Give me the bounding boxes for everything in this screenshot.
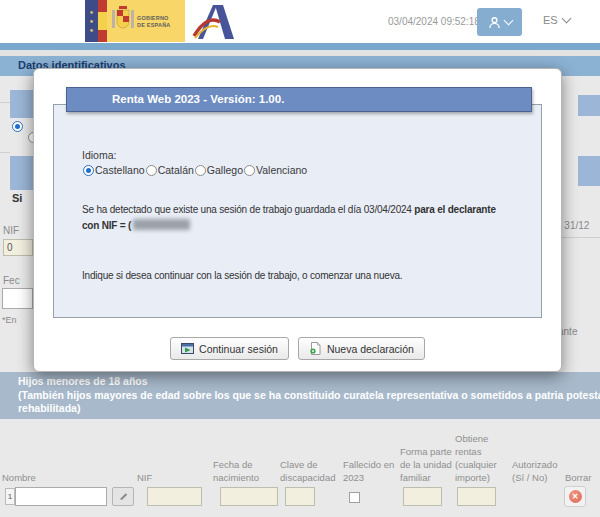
hijos-subtitle-line2: rehabilitada) — [18, 402, 80, 414]
chevron-down-icon — [503, 16, 513, 26]
nueva-declaracion-label: Nueva declaración — [327, 343, 414, 355]
message-bold-declarante: para el declarante — [414, 204, 495, 215]
radio-catalan[interactable] — [146, 165, 157, 176]
col-header-autorizado: Autorizado (Sí / No) — [512, 458, 564, 484]
nif-field-label: NIF — [3, 225, 19, 236]
fecha-nacimiento-input[interactable] — [220, 487, 278, 506]
continuar-sesion-label: Continuar sesión — [199, 343, 278, 355]
eu-flag-stripe: ★★★ — [85, 0, 98, 42]
background-nif-input[interactable]: 0 — [3, 239, 33, 256]
background-fecha-input[interactable] — [2, 288, 33, 309]
hijos-subtitle-line1: (También hijos mayores de edad sobre los… — [18, 389, 600, 403]
coat-of-arms-icon — [111, 4, 135, 34]
delete-row-button[interactable]: ✕ — [564, 486, 586, 507]
col-header-unidad: Forma parte de la unidad familiar — [400, 445, 456, 484]
background-radio-selected[interactable] — [12, 121, 23, 132]
idioma-label: Idioma: — [82, 149, 116, 161]
fecha-field-label: Fec — [3, 275, 20, 286]
message-bold-nif: con NIF = ( — [82, 220, 131, 231]
dialog-content-panel: Idioma: Castellano Catalán Gallego Valen… — [53, 104, 542, 318]
fallecido-checkbox[interactable] — [349, 492, 360, 503]
divider — [558, 237, 600, 238]
radio-label-castellano: Castellano — [95, 164, 145, 176]
continuar-sesion-button[interactable]: Continuar sesión — [170, 337, 289, 360]
nueva-declaracion-button[interactable]: Nueva declaración — [298, 337, 425, 360]
agencia-tributaria-logo — [191, 3, 237, 41]
background-footnote: *En — [2, 315, 17, 325]
clave-discapacidad-input[interactable] — [285, 487, 315, 506]
dialog-button-row: Continuar sesión Nueva declaración — [34, 337, 561, 360]
divider — [0, 102, 10, 103]
gov-text-line1: GOBIERNO — [137, 15, 170, 22]
message-normal: Se ha detectado que existe una sesión de… — [82, 204, 414, 215]
redacted-nif-value — [133, 219, 190, 230]
rentas-input[interactable] — [457, 487, 496, 506]
radio-valenciano[interactable] — [244, 165, 255, 176]
language-label: ES — [543, 14, 558, 26]
background-tab-fragment — [578, 156, 600, 186]
col-header-rentas: Obtiene rentas (cualquier importe) — [455, 432, 507, 484]
hijos-section-header: Hijos menores de 18 años (También hijos … — [0, 372, 600, 419]
col-header-fallecido: Fallecido en 2023 — [343, 458, 399, 484]
background-text-hasta: a 31/12 — [556, 220, 600, 231]
col-header-clave: Clave de discapacidad — [280, 458, 346, 484]
gobierno-espana-logo: ★★★ GOBIERNO DE ESPAÑA — [85, 0, 185, 42]
hijos-title: Hijos menores de 18 años — [18, 375, 148, 387]
dialog-title: Renta Web 2023 - Versión: 1.00. — [66, 87, 532, 112]
nombre-input[interactable] — [15, 487, 107, 506]
divider — [0, 152, 10, 153]
language-selector[interactable]: ES — [543, 14, 570, 26]
resume-session-icon — [181, 342, 194, 355]
col-header-borrar: Borrar — [565, 471, 600, 484]
pencil-icon — [118, 491, 129, 502]
session-detected-message: Se ha detectado que existe una sesión de… — [82, 202, 534, 234]
user-menu-button[interactable] — [477, 8, 522, 36]
edit-name-button[interactable] — [112, 487, 134, 506]
delete-x-icon: ✕ — [569, 490, 582, 503]
col-header-nombre: Nombre — [2, 471, 82, 484]
user-icon — [488, 16, 501, 29]
renta-web-dialog: Renta Web 2023 - Versión: 1.00. Idioma: … — [33, 68, 562, 372]
unidad-familiar-input[interactable] — [403, 487, 442, 506]
chevron-down-icon — [561, 14, 571, 24]
radio-gallego[interactable] — [195, 165, 206, 176]
top-accent-bar — [0, 43, 600, 50]
background-tab-fragment — [578, 95, 600, 116]
radio-label-catalan: Catalán — [158, 164, 194, 176]
datetime-display: 03/04/2024 09:52:18 — [388, 16, 480, 27]
col-header-fecha: Fecha de nacimiento — [213, 458, 275, 484]
radio-label-valenciano: Valenciano — [256, 164, 307, 176]
app-header: ★★★ GOBIERNO DE ESPAÑA 03/04/2024 09:52:… — [0, 0, 600, 43]
radio-label-gallego: Gallego — [207, 164, 243, 176]
idioma-radio-group: Castellano Catalán Gallego Valenciano — [82, 164, 307, 176]
col-header-nif: NIF — [137, 471, 187, 484]
row-index: 1 — [5, 488, 15, 505]
radio-castellano[interactable] — [83, 165, 94, 176]
spain-flag-stripe — [98, 0, 107, 42]
background-text-si: Si — [12, 192, 22, 204]
gov-text-line2: DE ESPAÑA — [137, 22, 170, 29]
continue-or-new-message: Indique si desea continuar con la sesión… — [82, 268, 534, 284]
new-document-icon — [309, 342, 322, 355]
nif-input[interactable] — [147, 487, 202, 506]
